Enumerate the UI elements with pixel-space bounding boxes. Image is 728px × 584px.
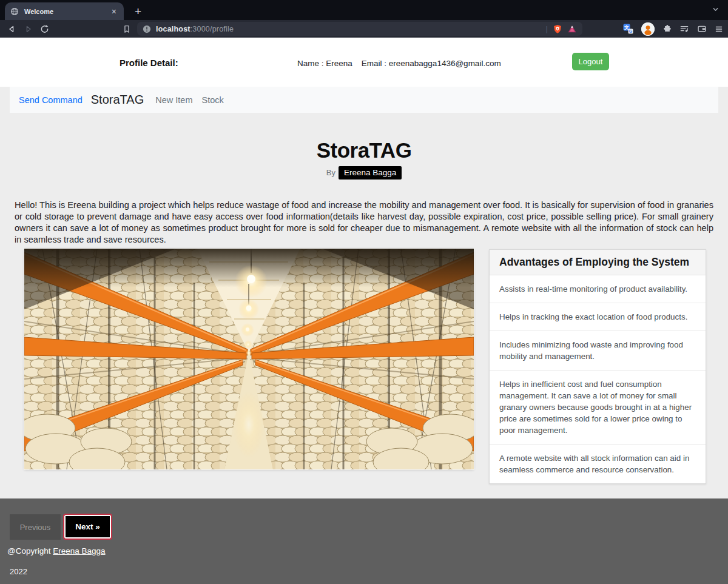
user-email-text: Email : ereenabagga1436@gmail.com bbox=[362, 59, 501, 68]
advantages-list: Assists in real-time monitoring of produ… bbox=[490, 275, 706, 483]
tab-search-chevron-icon[interactable] bbox=[712, 5, 720, 13]
copyright-line: @Copyright Ereena Bagga bbox=[7, 546, 106, 555]
footer-year: 2022 bbox=[10, 567, 27, 576]
profile-avatar-icon[interactable] bbox=[641, 22, 655, 36]
urlbar-separator: | bbox=[546, 24, 548, 33]
profile-detail-title: Profile Detail: bbox=[120, 58, 178, 68]
next-button[interactable]: Next » bbox=[63, 514, 112, 540]
profile-header: Profile Detail: Name : Ereena Email : er… bbox=[0, 38, 728, 87]
logout-button[interactable]: Logout bbox=[572, 53, 609, 70]
page-title: StoraTAG bbox=[0, 113, 728, 163]
advantage-item: Includes minimizing food waste and impro… bbox=[490, 331, 706, 371]
nav-brand-storatag[interactable]: StoraTAG bbox=[91, 93, 144, 107]
advantages-title: Advantages of Employing the System bbox=[490, 250, 706, 275]
globe-icon bbox=[10, 7, 19, 16]
url-text: localhost:3000/profile bbox=[156, 25, 234, 33]
brave-shield-icon[interactable] bbox=[553, 24, 562, 34]
bookmark-icon[interactable] bbox=[123, 25, 131, 33]
warehouse-illustration bbox=[24, 249, 474, 469]
advantage-item: A remote website with all stock informat… bbox=[490, 445, 706, 483]
browser-tab-welcome[interactable]: Welcome × bbox=[5, 2, 124, 20]
warehouse-image bbox=[24, 249, 474, 469]
intro-paragraph: Hello! This is Ereena building a project… bbox=[15, 200, 713, 246]
copyright-author-link[interactable]: Ereena Bagga bbox=[53, 546, 105, 555]
nav-item-stock[interactable]: Stock bbox=[201, 95, 223, 105]
extensions-area: 文G bbox=[623, 20, 723, 38]
main-content: StoraTAG ByEreena Bagga Hello! This is E… bbox=[0, 113, 728, 498]
nav-item-new-item[interactable]: New Item bbox=[155, 95, 192, 105]
browser-tab-strip: Welcome × + bbox=[0, 0, 728, 20]
brave-rewards-icon[interactable] bbox=[567, 24, 577, 34]
url-bar[interactable]: localhost:3000/profile | bbox=[137, 22, 582, 36]
tab-title: Welcome bbox=[24, 8, 53, 15]
advantages-card: Advantages of Employing the System Assis… bbox=[489, 249, 706, 484]
extensions-puzzle-icon[interactable] bbox=[662, 24, 672, 33]
tab-close-icon[interactable]: × bbox=[110, 7, 118, 16]
advantage-item: Helps in tracking the exact location of … bbox=[490, 303, 706, 331]
reload-icon[interactable] bbox=[40, 24, 49, 33]
page-footer: Previous Next » @Copyright Ereena Bagga … bbox=[0, 498, 728, 584]
byline: ByEreena Bagga bbox=[0, 168, 728, 177]
user-name-text: Name : Ereena bbox=[297, 59, 352, 68]
playlist-icon[interactable] bbox=[679, 24, 689, 33]
forward-icon[interactable] bbox=[24, 25, 33, 33]
previous-button[interactable]: Previous bbox=[10, 514, 61, 540]
site-info-icon[interactable] bbox=[143, 25, 151, 33]
nav-item-send-command[interactable]: Send Command bbox=[19, 95, 83, 105]
identity-block: Name : Ereena Email : ereenabagga1436@gm… bbox=[297, 59, 501, 68]
author-badge: Ereena Bagga bbox=[339, 166, 402, 180]
wallet-icon[interactable] bbox=[697, 24, 707, 33]
menu-icon[interactable] bbox=[715, 25, 723, 33]
site-navbar: Send Command StoraTAG New Item Stock bbox=[10, 87, 718, 113]
new-tab-button[interactable]: + bbox=[131, 5, 145, 18]
by-label: By bbox=[326, 168, 335, 177]
svg-text:G: G bbox=[629, 29, 633, 33]
url-host: localhost bbox=[156, 25, 190, 33]
copyright-prefix: @Copyright bbox=[7, 546, 50, 555]
advantage-item: Assists in real-time monitoring of produ… bbox=[490, 275, 706, 303]
back-icon[interactable] bbox=[7, 25, 16, 33]
url-path: :3000/profile bbox=[190, 25, 234, 33]
advantage-item: Helps in inefficient cost and fuel consu… bbox=[490, 371, 706, 445]
translate-extension-icon[interactable]: 文G bbox=[623, 24, 633, 34]
browser-toolbar: localhost:3000/profile | 文G bbox=[0, 20, 728, 38]
